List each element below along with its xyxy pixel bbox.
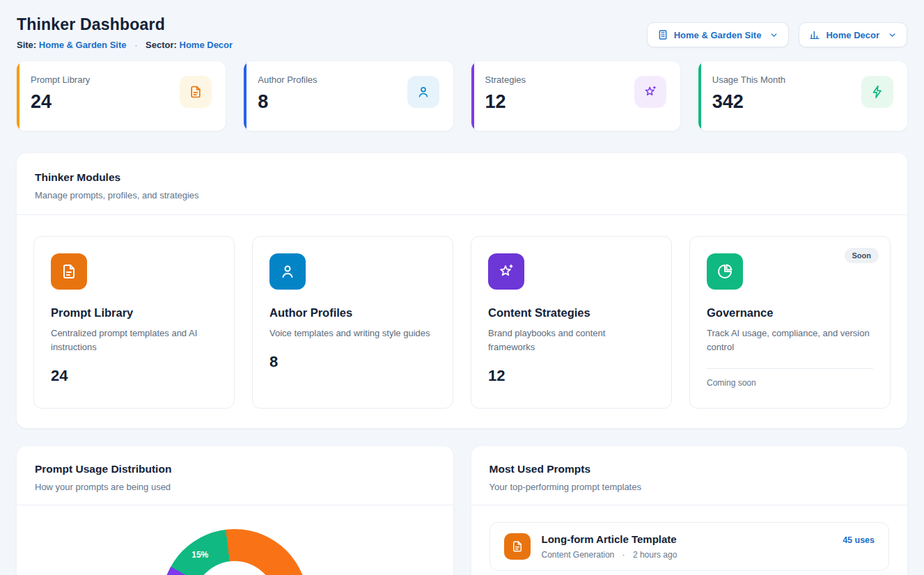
module-description: Track AI usage, compliance, and version … [707, 326, 873, 354]
modules-panel: Thinker Modules Manage prompts, profiles… [17, 153, 907, 428]
bottom-row: Prompt Usage Distribution How your promp… [17, 446, 907, 575]
stat-label: Usage This Month [712, 74, 785, 85]
stat-value: 24 [31, 91, 90, 113]
prompt-item-main: Long-form Article Template Content Gener… [542, 533, 832, 560]
building-icon [657, 29, 668, 40]
person-icon [269, 253, 306, 290]
stat-label: Strategies [485, 74, 526, 85]
soon-badge: Soon [845, 248, 879, 263]
usage-distribution-card: Prompt Usage Distribution How your promp… [17, 446, 453, 575]
chevron-down-icon [769, 31, 778, 40]
header-actions: Home & Garden Site Home Decor [647, 22, 907, 47]
lightning-icon [861, 76, 893, 108]
sector-link[interactable]: Home Decor [180, 40, 233, 50]
modules-title: Thinker Modules [35, 171, 889, 184]
separator: · [134, 40, 137, 50]
coming-soon-text: Coming soon [707, 378, 873, 388]
stat-value: 12 [485, 91, 526, 113]
most-used-prompts-card: Most Used Prompts Your top-performing pr… [471, 446, 908, 575]
page-title: Thinker Dashboard [17, 15, 233, 34]
sector-dropdown[interactable]: Home Decor [799, 22, 907, 47]
document-icon [51, 253, 87, 290]
module-title: Content Strategies [488, 306, 655, 320]
donut-chart-area: 15% [17, 505, 453, 575]
stat-card-author-profiles: Author Profiles 8 [244, 61, 453, 131]
sector-dropdown-label: Home Decor [826, 30, 879, 40]
stat-value: 342 [712, 91, 785, 113]
usage-card-header: Prompt Usage Distribution How your promp… [17, 446, 453, 505]
module-title: Governance [707, 306, 873, 320]
module-value: 24 [51, 367, 217, 385]
module-card-governance[interactable]: Soon Governance Track AI usage, complian… [689, 236, 891, 409]
stat-card-prompt-library: Prompt Library 24 [17, 61, 226, 131]
module-description: Voice templates and writing style guides [269, 326, 436, 340]
breadcrumb: Site: Home & Garden Site · Sector: Home … [17, 40, 233, 50]
module-card-content-strategies[interactable]: Content Strategies Brand playbooks and c… [471, 236, 672, 409]
prompts-card-header: Most Used Prompts Your top-performing pr… [471, 446, 908, 505]
document-icon [504, 533, 531, 560]
usage-donut-chart: 15% [162, 529, 308, 575]
site-dropdown[interactable]: Home & Garden Site [647, 22, 790, 47]
dashboard-page: Thinker Dashboard Site: Home & Garden Si… [0, 0, 924, 575]
stat-value: 8 [258, 91, 317, 113]
sparkle-star-icon [634, 76, 666, 108]
bar-chart-icon [809, 29, 820, 40]
page-header: Thinker Dashboard Site: Home & Garden Si… [17, 15, 907, 50]
donut-segment-label: 15% [191, 550, 208, 560]
module-value: 12 [488, 367, 655, 385]
stat-text: Author Profiles 8 [258, 74, 317, 113]
header-left: Thinker Dashboard Site: Home & Garden Si… [17, 15, 233, 50]
prompt-item-meta: Content Generation · 2 hours ago [542, 550, 832, 560]
prompt-list-item[interactable]: Long-form Article Template Content Gener… [490, 522, 890, 571]
modules-subtitle: Manage prompts, profiles, and strategies [35, 190, 889, 200]
sparkle-star-icon [488, 253, 524, 290]
module-description: Centralized prompt templates and AI inst… [51, 326, 217, 354]
module-value: 8 [269, 353, 436, 371]
module-card-author-profiles[interactable]: Author Profiles Voice templates and writ… [252, 236, 453, 409]
stat-card-strategies: Strategies 12 [471, 61, 680, 131]
person-icon [407, 76, 439, 108]
chevron-down-icon [888, 31, 897, 40]
site-link[interactable]: Home & Garden Site [39, 40, 127, 50]
stat-text: Usage This Month 342 [712, 74, 785, 113]
document-icon [180, 76, 212, 108]
site-label: Site: [17, 40, 36, 50]
prompt-item-time: 2 hours ago [633, 550, 677, 560]
modules-panel-header: Thinker Modules Manage prompts, profiles… [17, 153, 907, 214]
pie-chart-icon [707, 253, 743, 290]
module-title: Prompt Library [51, 306, 217, 320]
stat-text: Prompt Library 24 [31, 74, 90, 113]
prompts-card-subtitle: Your top-performing prompt templates [490, 482, 890, 492]
module-description: Brand playbooks and content frameworks [488, 326, 655, 354]
stat-label: Author Profiles [258, 74, 317, 85]
stat-label: Prompt Library [31, 74, 90, 85]
divider [707, 368, 873, 369]
sector-label: Sector: [146, 40, 177, 50]
stat-text: Strategies 12 [485, 74, 526, 113]
prompts-card-title: Most Used Prompts [490, 463, 890, 475]
separator: · [622, 550, 625, 560]
prompt-item-title: Long-form Article Template [542, 533, 832, 545]
stats-row: Prompt Library 24 Author Profiles 8 Stra… [17, 61, 907, 131]
prompt-item-category: Content Generation [542, 550, 615, 560]
module-title: Author Profiles [269, 306, 436, 320]
stat-card-usage: Usage This Month 342 [698, 61, 907, 131]
prompt-list: Long-form Article Template Content Gener… [471, 505, 908, 575]
module-card-prompt-library[interactable]: Prompt Library Centralized prompt templa… [33, 236, 235, 409]
usage-card-title: Prompt Usage Distribution [35, 463, 435, 475]
modules-grid: Prompt Library Centralized prompt templa… [17, 215, 907, 428]
site-dropdown-label: Home & Garden Site [674, 30, 762, 40]
usage-card-subtitle: How your prompts are being used [35, 482, 435, 492]
prompt-item-uses: 45 uses [843, 535, 875, 545]
